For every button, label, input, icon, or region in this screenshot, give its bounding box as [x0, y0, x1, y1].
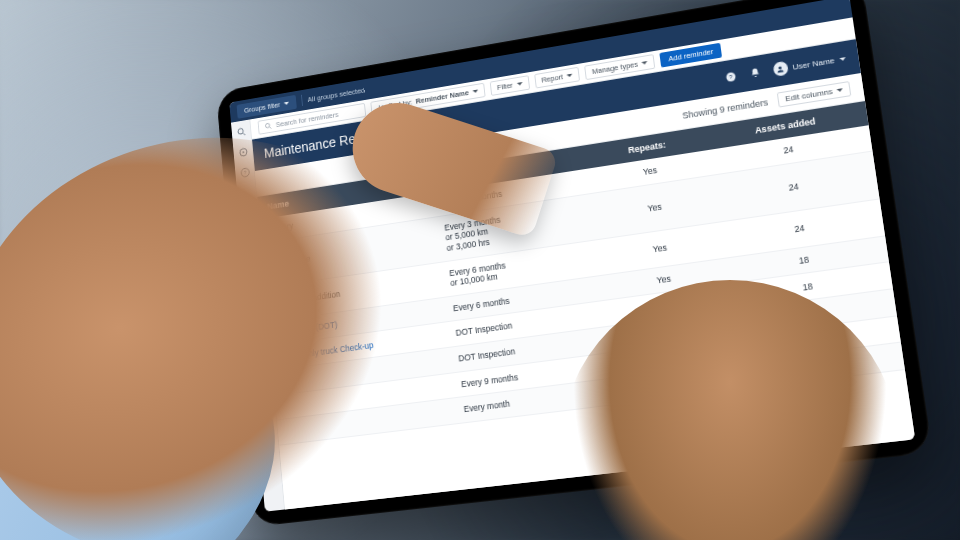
showing-count: Showing 9 reminders	[682, 97, 769, 121]
reminder-name: Oil Change	[272, 253, 311, 268]
user-menu[interactable]: User Name	[772, 51, 847, 77]
reminder-name[interactable]: Inspection (DOT)	[278, 320, 338, 338]
user-name-label: User Name	[792, 56, 835, 72]
search-icon	[264, 121, 273, 131]
svg-point-10	[778, 66, 781, 69]
edit-columns-dropdown[interactable]: Edit columns	[777, 81, 851, 107]
help-icon[interactable]: ?	[724, 70, 738, 84]
chevron-right-icon[interactable]	[280, 351, 288, 360]
svg-text:?: ?	[243, 169, 246, 175]
search-icon[interactable]	[235, 126, 246, 139]
svg-point-3	[242, 151, 244, 153]
sort-value: Reminder Name	[415, 88, 469, 105]
svg-line-7	[269, 127, 271, 129]
svg-point-6	[265, 123, 269, 128]
filter-dropdown[interactable]: Filter	[490, 75, 530, 96]
help-icon[interactable]: ?	[239, 166, 251, 179]
manage-types-label: Manage types	[591, 60, 638, 76]
add-reminder-label: Add reminder	[668, 47, 714, 63]
sort-icon	[377, 103, 385, 112]
reminder-name: SCR Urea addition	[275, 289, 340, 308]
avatar-icon	[772, 61, 788, 77]
groups-filter-label: Groups filter	[244, 100, 281, 114]
svg-line-1	[243, 133, 245, 136]
svg-point-0	[237, 128, 243, 134]
target-icon[interactable]	[237, 146, 249, 159]
sort-prefix: Sort by:	[388, 98, 413, 110]
reminder-name: Battery	[269, 221, 294, 234]
app-screen: Groups filter All groups selected ? Sear…	[229, 0, 915, 512]
chevron-down-icon	[839, 57, 846, 64]
report-label: Report	[541, 72, 564, 84]
bell-icon[interactable]	[748, 66, 762, 80]
tablet-device: Groups filter All groups selected ? Sear…	[216, 0, 933, 527]
filter-label: Filter	[497, 81, 514, 92]
reminder-name[interactable]: Monthly truck Check-up	[291, 340, 374, 361]
divider	[301, 95, 303, 106]
edit-columns-label: Edit columns	[785, 87, 834, 104]
